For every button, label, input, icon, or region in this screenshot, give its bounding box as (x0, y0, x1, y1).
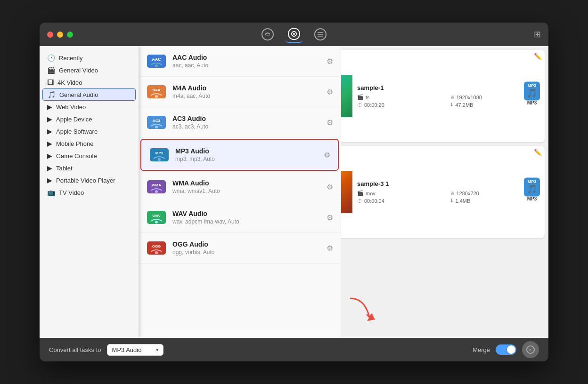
chevron-right-icon-5: ▶ (47, 164, 52, 172)
minimize-button[interactable] (57, 32, 63, 38)
convert-tab-icon[interactable] (259, 26, 276, 43)
mp3-settings[interactable]: ⚙ (324, 151, 330, 160)
ogg-info: OGG Audio ogg, vorbis, Auto (172, 240, 321, 256)
svg-point-3 (293, 33, 295, 35)
format-item-m4a[interactable]: M4A M4A Audio m4a, aac, Auto ⚙ (139, 77, 341, 107)
svg-point-25 (155, 221, 158, 224)
svg-point-22 (155, 190, 158, 193)
svg-text:M4A: M4A (153, 88, 161, 92)
format-item-ogg[interactable]: OGG OGG Audio ogg, vorbis, Auto ⚙ (139, 233, 341, 264)
m4a-name: M4A Audio (172, 84, 321, 92)
aac-settings[interactable]: ⚙ (327, 57, 333, 66)
sidebar-item-general-audio[interactable]: 🎵 General Audio (42, 88, 136, 101)
svg-point-16 (155, 126, 158, 128)
grid-view-button[interactable]: ⊞ (534, 29, 541, 40)
format-item-ac3[interactable]: AC3 AC3 Audio ac3, ac3, Auto ⚙ (139, 107, 341, 138)
mp3-ext: mp3, mp3, Auto (175, 156, 318, 162)
wma-ext: wma, wmav1, Auto (172, 188, 321, 194)
title-bar-center (259, 26, 329, 43)
wma-info: WMA Audio wma, wmav1, Auto (172, 179, 321, 194)
aac-icon: AAC (146, 51, 167, 72)
ogg-ext: ogg, vorbis, Auto (172, 249, 321, 256)
wav-icon: WAV (146, 207, 167, 228)
download-icon-4: ⬇ (449, 198, 454, 204)
edit-icon-2[interactable]: ✏️ (534, 53, 542, 60)
ac3-settings[interactable]: ⚙ (327, 118, 333, 127)
wma-name: WMA Audio (172, 179, 321, 187)
ac3-name: AC3 Audio (172, 115, 321, 122)
ac3-info: AC3 Audio ac3, ac3, Auto (172, 115, 321, 130)
merge-label: Merge (473, 346, 490, 353)
screen-icon-4: 🖥 (449, 191, 455, 196)
format-badge-4: MP3 🎵 MP3 (524, 177, 540, 201)
sidebar: 🕐 Recently 🎬 General Video 🎞 4K Video 🎵 … (40, 46, 139, 338)
sidebar-item-general-video[interactable]: 🎬 General Video (40, 64, 139, 76)
sidebar-item-tv-video[interactable]: 📺 TV Video (40, 186, 139, 199)
format-item-aac[interactable]: AAC AAC Audio aac, aac, Auto ⚙ (139, 46, 341, 77)
app-window: ⊞ 4K sample-2 🎬 mp4 � (40, 23, 548, 361)
m4a-icon: M4A (146, 81, 167, 102)
ogg-name: OGG Audio (172, 240, 321, 248)
edit-icon-4[interactable]: ✏️ (534, 149, 542, 156)
sidebar-item-apple-software[interactable]: ▶ Apple Software (40, 125, 139, 137)
format-label-4: MP3 (527, 196, 537, 201)
format-item-mp3[interactable]: MP3 MP3 Audio mp3, mp3, Auto ⚙ (140, 139, 339, 171)
chevron-right-icon-4: ▶ (47, 152, 52, 160)
clock-icon: 🕐 (47, 54, 55, 62)
mp3-info: MP3 Audio mp3, mp3, Auto (175, 147, 318, 162)
video-title-4: sample-3 1 (357, 180, 540, 187)
wma-icon: WMA (146, 176, 167, 197)
sidebar-item-apple-device[interactable]: ▶ Apple Device (40, 113, 139, 125)
sidebar-item-4k-video[interactable]: 🎞 4K Video (40, 76, 139, 88)
screen-icon-2: 🖥 (449, 95, 455, 100)
video-title-2: sample-1 (357, 84, 540, 91)
clock-icon-4: ⏱ (357, 198, 362, 204)
svg-point-0 (262, 29, 273, 40)
video-format-4: 🎬 mov (357, 190, 448, 196)
video-meta-4: 🎬 mov 🖥 1280x720 ⏱ 00:00:04 ⬇ (357, 190, 540, 204)
media-tab-icon[interactable] (286, 26, 302, 43)
close-button[interactable] (47, 32, 53, 38)
film-icon-2: 🎬 (357, 94, 364, 100)
video-info-2: sample-1 🎬 ts 🖥 1920x1080 ⏱ 00:00:20 (352, 80, 545, 112)
sidebar-item-mobile-phone[interactable]: ▶ Mobile Phone (40, 137, 139, 150)
svg-text:MP3: MP3 (155, 151, 163, 155)
format-select[interactable]: MP3 Audio AAC Audio M4A Audio WAV Audio (107, 344, 163, 356)
chevron-right-icon-6: ▶ (47, 176, 52, 184)
svg-point-28 (155, 251, 158, 254)
m4a-settings[interactable]: ⚙ (327, 88, 333, 96)
maximize-button[interactable] (67, 32, 73, 38)
video-duration-2: ⏱ 00:00:20 (357, 102, 448, 108)
chevron-right-icon: ▶ (47, 115, 52, 123)
sidebar-item-game-console[interactable]: ▶ Game Console (40, 150, 139, 162)
format-item-wma[interactable]: WMA WMA Audio wma, wmav1, Auto ⚙ (139, 172, 341, 202)
mp3-name: MP3 Audio (175, 147, 318, 155)
format-label-2: MP3 (527, 100, 537, 105)
start-convert-button[interactable] (522, 341, 539, 358)
sidebar-item-tablet[interactable]: ▶ Tablet (40, 162, 139, 174)
format-select-wrap: MP3 Audio AAC Audio M4A Audio WAV Audio (107, 344, 163, 356)
ogg-settings[interactable]: ⚙ (327, 244, 333, 253)
sidebar-item-portable-video[interactable]: ▶ Portable Video Player (40, 174, 139, 186)
bottom-right: Merge (473, 341, 539, 358)
tools-tab-icon[interactable] (312, 26, 329, 43)
format-badge-2: MP3 🎵 MP3 (524, 81, 540, 105)
svg-point-13 (155, 95, 158, 98)
wma-settings[interactable]: ⚙ (327, 183, 333, 192)
aac-info: AAC Audio aac, aac, Auto (172, 54, 321, 69)
ac3-ext: ac3, ac3, Auto (172, 123, 321, 130)
chevron-right-icon-3: ▶ (47, 140, 52, 147)
wav-info: WAV Audio wav, adpcm-ima-wav, Auto (172, 210, 321, 225)
sidebar-item-web-video[interactable]: ▶ Web Video (40, 101, 139, 113)
wav-settings[interactable]: ⚙ (327, 213, 333, 222)
aac-ext: aac, aac, Auto (172, 62, 321, 69)
wav-name: WAV Audio (172, 210, 321, 217)
svg-text:AC3: AC3 (153, 119, 161, 123)
ac3-icon: AC3 (146, 112, 167, 133)
svg-text:WAV: WAV (152, 214, 161, 218)
video-format-2: 🎬 ts (357, 94, 448, 100)
format-item-wav[interactable]: WAV WAV Audio wav, adpcm-ima-wav, Auto ⚙ (139, 202, 341, 233)
sidebar-item-recently[interactable]: 🕐 Recently (40, 52, 139, 64)
download-icon-2: ⬇ (449, 102, 454, 108)
merge-toggle[interactable] (496, 344, 516, 355)
